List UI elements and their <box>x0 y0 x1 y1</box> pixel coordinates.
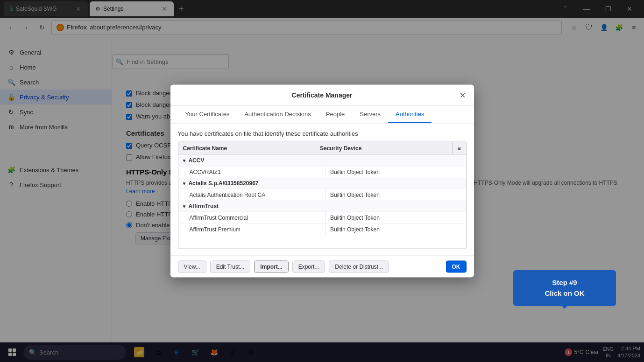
cert-row-actalis-root[interactable]: Actalis Authentication Root CA Builtin O… <box>178 189 466 201</box>
cert-table: Certificate Name Security Device ≡ ▼ ACC… <box>178 142 467 249</box>
col-security-device: Security Device <box>315 142 452 154</box>
edit-trust-button[interactable]: Edit Trust... <box>210 261 251 273</box>
dialog-tabs: Your Certificates Authentication Decisio… <box>170 106 474 124</box>
delete-distrust-button[interactable]: Delete or Distrust... <box>329 261 389 273</box>
affirmtrust-commercial-name: AffirmTrust Commercial <box>178 212 326 223</box>
cert-group-accv[interactable]: ▼ ACCV <box>178 155 466 166</box>
affirmtrust-group-label: AffirmTrust <box>188 203 219 209</box>
accv-group-label: ACCV <box>188 157 204 164</box>
accvraiz1-device: Builtin Object Token <box>326 167 466 178</box>
col-icon: ≡ <box>452 142 466 154</box>
import-button[interactable]: Import... <box>254 261 288 273</box>
action-buttons-left: View... Edit Trust... Import... Export..… <box>178 261 389 273</box>
callout-line1: Step #9 <box>523 278 607 288</box>
affirmtrust-premium-name: AffirmTrust Premium <box>178 224 326 235</box>
affirmtrust-commercial-device: Builtin Object Token <box>326 212 466 223</box>
dialog-description: You have certificates on file that ident… <box>178 130 467 137</box>
callout-line2: Click on OK <box>523 288 607 299</box>
actalis-root-device: Builtin Object Token <box>326 189 466 201</box>
cert-row-affirmtrust-premium[interactable]: AffirmTrust Premium Builtin Object Token <box>178 223 466 235</box>
cert-group-affirmtrust[interactable]: ▼ AffirmTrust <box>178 201 466 212</box>
certificate-manager-dialog: Certificate Manager ✕ Your Certificates … <box>170 85 474 278</box>
tab-authorities[interactable]: Authorities <box>388 106 432 123</box>
dialog-title-bar: Certificate Manager ✕ <box>170 85 474 106</box>
cert-row-affirmtrust-commercial[interactable]: AffirmTrust Commercial Builtin Object To… <box>178 212 466 223</box>
dialog-close-button[interactable]: ✕ <box>457 90 468 101</box>
accv-arrow-icon: ▼ <box>182 158 187 163</box>
actalis-root-name: Actalis Authentication Root CA <box>178 189 326 201</box>
tab-servers[interactable]: Servers <box>352 106 388 123</box>
affirmtrust-premium-device: Builtin Object Token <box>326 224 466 235</box>
ok-button[interactable]: OK <box>446 261 467 273</box>
accvraiz1-name: ACCVRAIZ1 <box>178 167 326 178</box>
export-button[interactable]: Export... <box>292 261 326 273</box>
dialog-actions: View... Edit Trust... Import... Export..… <box>170 256 474 278</box>
col-cert-name: Certificate Name <box>178 142 316 154</box>
step-callout: Step #9 Click on OK <box>513 270 616 306</box>
tab-authentication-decisions[interactable]: Authentication Decisions <box>237 106 318 123</box>
actalis-group-label: Actalis S.p.A/03358520967 <box>188 180 258 187</box>
tab-your-certificates[interactable]: Your Certificates <box>178 106 237 123</box>
cert-group-actalis[interactable]: ▼ Actalis S.p.A/03358520967 <box>178 178 466 189</box>
cert-table-body: ▼ ACCV ACCVRAIZ1 Builtin Object Token ▼ … <box>178 155 466 246</box>
affirmtrust-arrow-icon: ▼ <box>182 203 187 209</box>
dialog-title: Certificate Manager <box>292 91 353 99</box>
dialog-body: You have certificates on file that ident… <box>170 124 474 256</box>
view-button[interactable]: View... <box>178 261 206 273</box>
cert-table-header: Certificate Name Security Device ≡ <box>178 142 466 155</box>
cert-row-accvraiz1[interactable]: ACCVRAIZ1 Builtin Object Token <box>178 166 466 178</box>
tab-people[interactable]: People <box>318 106 352 123</box>
actalis-arrow-icon: ▼ <box>182 181 187 186</box>
